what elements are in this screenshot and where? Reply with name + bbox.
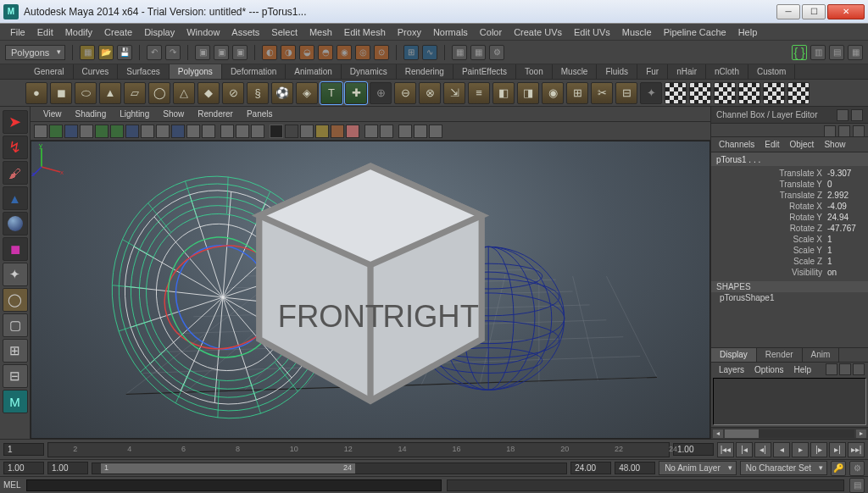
attr-scale-z[interactable]: Scale Z1: [715, 256, 865, 267]
close-button[interactable]: ✕: [827, 4, 865, 19]
poly-platonic-icon[interactable]: ◈: [296, 82, 318, 104]
sel-mask-3-icon[interactable]: ◒: [299, 45, 314, 60]
menu-mesh[interactable]: Mesh: [304, 25, 337, 39]
character-set-dropdown[interactable]: No Character Set: [740, 461, 827, 475]
play-fwd-icon[interactable]: ▸: [792, 442, 809, 457]
panel-toggle-3-icon[interactable]: ▦: [848, 45, 863, 60]
minimize-button[interactable]: ─: [776, 4, 800, 19]
view-menu-renderer[interactable]: Renderer: [192, 108, 239, 119]
cb-menu-channels[interactable]: Channels: [715, 139, 759, 150]
combine-icon[interactable]: ⊕: [370, 82, 392, 104]
time-ruler[interactable]: 24681012141618202224: [47, 442, 670, 457]
file-new-icon[interactable]: ▦: [80, 45, 95, 60]
vt-dot1-icon[interactable]: [270, 125, 283, 138]
anim-start-field[interactable]: 1.00: [3, 462, 44, 474]
scroll-right-icon[interactable]: ▸: [856, 429, 866, 438]
shelf-tab-painteffects[interactable]: PaintEffects: [453, 64, 516, 79]
shelf-tab-custom[interactable]: Custom: [748, 64, 795, 79]
menu-normals[interactable]: Normals: [428, 25, 473, 39]
step-back-icon[interactable]: ◂|: [754, 442, 771, 457]
view-cube[interactable]: FRONT RIGHT: [31, 141, 709, 438]
cb-close-icon[interactable]: [851, 109, 863, 121]
step-back-key-icon[interactable]: |◂: [736, 442, 753, 457]
vt-render-2-icon[interactable]: [380, 125, 393, 138]
menu-modify[interactable]: Modify: [60, 25, 97, 39]
attr-translate-y[interactable]: Translate Y0: [715, 179, 865, 190]
vt-light-icon[interactable]: [186, 125, 200, 138]
layer-tab-anim[interactable]: Anim: [803, 348, 840, 362]
uv-2-icon[interactable]: [689, 82, 711, 104]
range-slider[interactable]: 124: [92, 463, 567, 474]
vt-panel-3-icon[interactable]: [429, 125, 442, 138]
vt-panel-1-icon[interactable]: [398, 125, 412, 138]
vt-grid-icon[interactable]: [80, 125, 93, 138]
vt-dot4-icon[interactable]: [315, 125, 329, 138]
maximize-button[interactable]: ☐: [802, 4, 826, 19]
attr-rotate-z[interactable]: Rotate Z-47.767: [715, 223, 865, 234]
file-open-icon[interactable]: 📂: [98, 45, 114, 60]
vt-panel-2-icon[interactable]: [414, 125, 427, 138]
layer-menu-help[interactable]: Help: [789, 365, 815, 374]
rotate-tool-icon[interactable]: [3, 212, 28, 235]
sel-mask-6-icon[interactable]: ◎: [355, 45, 370, 60]
append-icon[interactable]: ◧: [492, 82, 515, 104]
menu-pipeline-cache[interactable]: Pipeline Cache: [659, 25, 732, 39]
poly-sphere-icon[interactable]: ●: [25, 82, 47, 104]
auto-key-icon[interactable]: 🔑: [831, 461, 846, 476]
play-back-icon[interactable]: ◂: [773, 442, 790, 457]
view-menu-shading[interactable]: Shading: [70, 108, 113, 119]
attr-translate-x[interactable]: Translate X-9.307: [715, 168, 865, 179]
ipr-icon[interactable]: ▦: [470, 45, 486, 60]
shelf-tab-toon[interactable]: Toon: [516, 64, 553, 79]
file-save-icon[interactable]: 💾: [117, 45, 132, 60]
smooth-icon[interactable]: ◉: [542, 82, 564, 104]
bevel-icon[interactable]: ◨: [517, 82, 539, 104]
shape-name[interactable]: pTorusShape1: [711, 292, 868, 303]
poly-pipe-icon[interactable]: ⊘: [222, 82, 244, 104]
object-name[interactable]: pTorus1 . . .: [711, 152, 868, 166]
panel-toggle-1-icon[interactable]: ▥: [810, 45, 826, 60]
vt-wire-icon[interactable]: [156, 125, 170, 138]
shelf-tab-rendering[interactable]: Rendering: [397, 64, 453, 79]
sel-component-icon[interactable]: ▣: [232, 45, 248, 60]
shelf-tab-fur[interactable]: Fur: [637, 64, 668, 79]
bridge-icon[interactable]: ≡: [468, 82, 490, 104]
uv-1-icon[interactable]: [665, 82, 687, 104]
menu-muscle[interactable]: Muscle: [617, 25, 657, 39]
menu-file[interactable]: File: [5, 25, 31, 39]
maya-icon[interactable]: M: [3, 390, 28, 413]
view-menu-panels[interactable]: Panels: [241, 108, 279, 119]
panel-toggle-2-icon[interactable]: ▤: [829, 45, 844, 60]
lasso-tool-icon[interactable]: ↯: [3, 136, 28, 159]
menu-create[interactable]: Create: [99, 25, 137, 39]
move-tool-icon[interactable]: ▲: [3, 186, 28, 210]
booleans-icon[interactable]: ⊗: [419, 82, 441, 104]
poly-type-icon[interactable]: T: [320, 82, 342, 104]
layout-two-icon[interactable]: ⊟: [3, 364, 28, 388]
vt-joint-icon[interactable]: [251, 125, 264, 138]
poly-create-icon[interactable]: ✚: [345, 82, 367, 104]
vt-bookmark-icon[interactable]: [49, 125, 63, 138]
vt-dot6-icon[interactable]: [346, 125, 359, 138]
paint-select-icon[interactable]: 🖌: [3, 161, 28, 185]
vt-tex-icon[interactable]: [171, 125, 185, 138]
attr-scale-x[interactable]: Scale X1: [715, 234, 865, 245]
snap-curve-icon[interactable]: ∿: [422, 45, 437, 60]
playback-end-field[interactable]: 24.00: [570, 462, 611, 474]
poly-torus-icon[interactable]: ◯: [148, 82, 170, 104]
vt-shade-icon[interactable]: [141, 125, 154, 138]
manip-tool-icon[interactable]: ✦: [3, 263, 28, 286]
extract-icon[interactable]: ⊖: [394, 82, 416, 104]
attr-visibility[interactable]: Visibilityon: [715, 267, 865, 278]
vt-res-icon[interactable]: [125, 125, 139, 138]
render-icon[interactable]: ▦: [452, 45, 467, 60]
menu-edit-uvs[interactable]: Edit UVs: [569, 25, 615, 39]
attr-rotate-x[interactable]: Rotate X-4.09: [715, 201, 865, 212]
view-menu-lighting[interactable]: Lighting: [114, 108, 155, 119]
layer-hscroll[interactable]: ◂ ▸: [711, 427, 868, 439]
vt-gate-icon[interactable]: [110, 125, 124, 138]
vt-xray-icon[interactable]: [236, 125, 249, 138]
layer-menu-layers[interactable]: Layers: [715, 365, 748, 374]
layout-single-icon[interactable]: ▢: [3, 313, 28, 337]
attr-scale-y[interactable]: Scale Y1: [715, 245, 865, 256]
